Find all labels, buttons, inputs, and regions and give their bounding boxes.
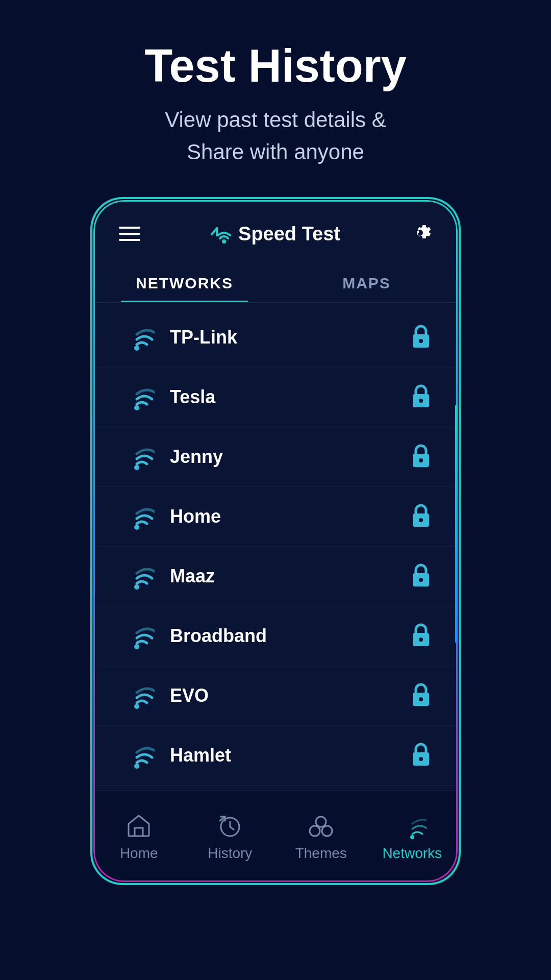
app-topbar: Speed Test — [93, 200, 458, 262]
network-list: TP-Link — [93, 303, 458, 791]
nav-home-label: Home — [120, 845, 158, 862]
svg-point-24 — [419, 757, 423, 761]
network-name: Jenny — [170, 446, 410, 468]
bottom-nav: Home History Themes — [93, 791, 458, 882]
lock-icon — [410, 502, 432, 531]
svg-point-0 — [222, 239, 226, 243]
phone-screen: Speed Test NETWORKS MAPS — [93, 200, 458, 882]
hero-title: Test History — [31, 41, 520, 91]
svg-point-13 — [134, 584, 139, 590]
hero-section: Test History View past test details &Sha… — [0, 0, 551, 199]
lock-icon — [410, 443, 432, 471]
wifi-signal-icon — [119, 680, 155, 711]
hero-subtitle: View past test details &Share with anyon… — [31, 104, 520, 168]
svg-point-12 — [419, 518, 423, 522]
svg-point-19 — [134, 704, 139, 709]
network-name: EVO — [170, 685, 410, 706]
network-item[interactable]: EVO — [93, 666, 458, 726]
svg-point-9 — [419, 458, 423, 462]
wifi-signal-icon — [119, 561, 155, 592]
tab-bar: NETWORKS MAPS — [93, 262, 458, 303]
nav-themes[interactable]: Themes — [276, 801, 367, 877]
svg-point-6 — [419, 399, 423, 403]
svg-point-21 — [419, 697, 423, 701]
network-name: Home — [170, 506, 410, 527]
network-name: Tesla — [170, 386, 410, 408]
svg-point-3 — [419, 339, 423, 343]
svg-point-29 — [410, 835, 414, 839]
network-item[interactable]: TP-Link — [93, 308, 458, 368]
phone-mockup: Speed Test NETWORKS MAPS — [92, 199, 459, 884]
network-item[interactable]: Maaz — [93, 547, 458, 606]
svg-point-28 — [322, 826, 332, 836]
app-logo: Speed Test — [208, 223, 340, 245]
network-name: Hamlet — [170, 745, 410, 766]
network-name: Maaz — [170, 566, 410, 587]
network-item[interactable]: Hamlet — [93, 726, 458, 786]
svg-point-15 — [419, 578, 423, 582]
wifi-signal-icon — [119, 740, 155, 771]
wifi-signal-icon — [119, 382, 155, 412]
svg-point-27 — [310, 826, 320, 836]
svg-point-22 — [134, 764, 139, 769]
hamburger-button[interactable] — [119, 227, 140, 241]
network-item[interactable]: Jenny — [93, 427, 458, 487]
nav-networks[interactable]: Networks — [367, 801, 458, 877]
wifi-signal-icon — [119, 442, 155, 472]
wifi-signal-icon — [119, 621, 155, 651]
network-name: Broadband — [170, 625, 410, 647]
nav-history-label: History — [208, 845, 252, 862]
network-item[interactable]: Tesla — [93, 368, 458, 427]
lock-icon — [410, 562, 432, 591]
nav-networks-label: Networks — [382, 845, 442, 862]
wifi-signal-icon — [119, 322, 155, 353]
lock-icon — [410, 622, 432, 650]
svg-point-10 — [134, 525, 139, 530]
lock-icon — [410, 383, 432, 411]
network-item[interactable]: Broadband — [93, 606, 458, 666]
network-name: TP-Link — [170, 327, 410, 348]
settings-button[interactable] — [408, 220, 432, 247]
svg-point-18 — [419, 638, 423, 642]
nav-history[interactable]: History — [185, 801, 276, 877]
lock-icon — [410, 741, 432, 770]
wifi-logo-icon — [208, 224, 232, 243]
nav-home[interactable]: Home — [93, 801, 185, 877]
network-item[interactable]: Home — [93, 487, 458, 547]
svg-point-1 — [134, 346, 139, 351]
tab-networks[interactable]: NETWORKS — [93, 262, 276, 302]
svg-point-4 — [134, 405, 139, 410]
app-name-label: Speed Test — [238, 223, 340, 245]
tab-maps[interactable]: MAPS — [276, 262, 458, 302]
svg-point-16 — [134, 644, 139, 649]
lock-icon — [410, 681, 432, 710]
wifi-signal-icon — [119, 501, 155, 532]
svg-point-7 — [134, 465, 139, 470]
lock-icon — [410, 323, 432, 352]
svg-point-26 — [316, 817, 326, 827]
nav-themes-label: Themes — [295, 845, 347, 862]
